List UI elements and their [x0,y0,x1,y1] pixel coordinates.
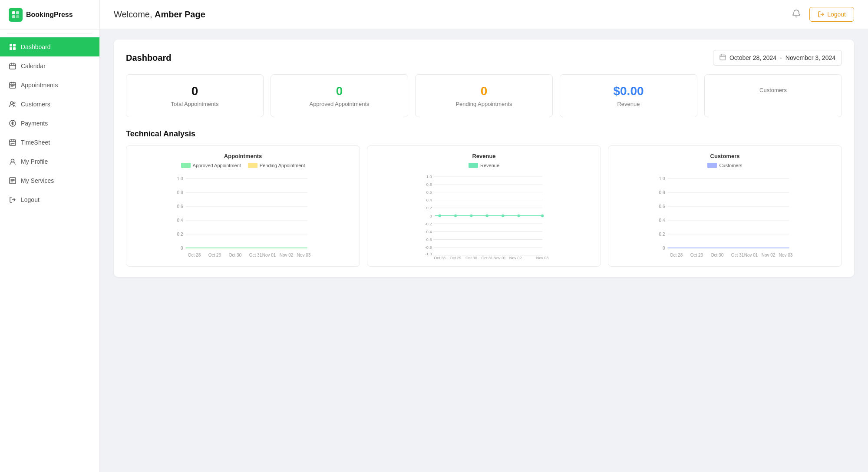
svg-text:0.6: 0.6 [426,190,432,195]
customers-icon [9,100,17,108]
svg-rect-5 [13,44,16,46]
grid-icon [9,43,17,51]
sidebar-item-my-profile[interactable]: My Profile [0,152,99,171]
services-icon [9,177,17,185]
dashboard-header: Dashboard October 28, 2024 - November 3,… [126,50,842,66]
stat-card-pending-appointments: 0 Pending Appointments [415,74,553,117]
svg-text:Oct 28: Oct 28 [434,256,446,259]
svg-text:Nov 02: Nov 02 [509,256,522,259]
customers-chart-card: Customers Customers 1.0 0.8 [608,145,842,267]
page-content: Dashboard October 28, 2024 - November 3,… [100,29,868,472]
appointments-icon [9,81,17,89]
svg-text:Nov 01: Nov 01 [262,253,276,257]
date-range-selector[interactable]: October 28, 2024 - November 3, 2024 [713,50,842,66]
sidebar-item-payments[interactable]: Payments [0,114,99,133]
svg-rect-3 [16,15,19,18]
svg-text:Oct 30: Oct 30 [229,253,242,257]
svg-text:0.6: 0.6 [177,204,183,209]
revenue-point-2 [454,215,457,217]
stat-value-total: 0 [133,84,256,98]
date-range-end: November 3, 2024 [785,54,835,61]
stat-label-customers: Customers [712,87,835,93]
calendar-date-icon [719,54,726,62]
svg-text:0.8: 0.8 [426,182,432,187]
legend-swatch-customers [707,163,717,168]
stat-card-customers: Customers [704,74,842,117]
svg-text:0: 0 [181,246,183,251]
customers-svg: 1.0 0.8 0.6 0.4 0.2 0 [615,172,835,259]
svg-rect-8 [10,64,16,69]
revenue-point-3 [470,215,472,217]
sidebar-item-appointments[interactable]: Appointments [0,76,99,95]
svg-text:0.2: 0.2 [659,232,665,237]
svg-rect-2 [12,15,15,18]
sidebar-label-timesheet: TimeSheet [21,139,50,146]
revenue-point-1 [439,215,441,217]
stat-card-total-appointments: 0 Total Appointments [126,74,264,117]
svg-text:Oct 29: Oct 29 [690,253,703,257]
revenue-chart-area: 1.0 0.8 0.6 0.4 0.2 0 -0.2 -0.4 -0.6 -0.… [374,172,594,259]
sidebar-item-customers[interactable]: Customers [0,95,99,114]
appointments-chart-area: 1.0 0.8 0.6 0.4 0.2 0 [133,172,353,259]
legend-pending-appointment: Pending Appointment [248,163,305,168]
sidebar-label-payments: Payments [21,120,48,127]
charts-row: Appointments Approved Appointment Pendin… [126,145,842,267]
svg-text:Oct 30: Oct 30 [465,256,477,259]
svg-text:Nov 01: Nov 01 [493,256,506,259]
svg-rect-1 [16,11,19,14]
svg-text:Nov 03: Nov 03 [779,253,793,257]
svg-rect-4 [10,44,12,46]
svg-text:-0.2: -0.2 [425,222,432,226]
svg-text:0.4: 0.4 [659,218,665,223]
welcome-message: Welcome, Amber Page [114,10,205,20]
sidebar-label-my-services: My Services [21,177,54,184]
sidebar-item-logout[interactable]: Logout [0,190,99,209]
payments-icon [9,119,17,127]
sidebar-label-appointments: Appointments [21,82,58,89]
svg-point-10 [10,102,13,104]
svg-text:Nov 03: Nov 03 [536,256,549,259]
sidebar-item-dashboard[interactable]: Dashboard [0,37,99,56]
stat-label-approved: Approved Appointments [278,101,401,107]
legend-approved-appointment: Approved Appointment [181,163,241,168]
sidebar-item-my-services[interactable]: My Services [0,171,99,190]
logo-text: BookingPress [26,11,73,19]
legend-swatch-pending [248,163,257,168]
svg-text:0.4: 0.4 [177,218,183,223]
logout-button[interactable]: Logout [809,7,854,22]
appointments-svg: 1.0 0.8 0.6 0.4 0.2 0 [133,172,353,259]
legend-label-pending: Pending Appointment [260,163,305,168]
svg-text:Oct 29: Oct 29 [450,256,462,259]
svg-rect-6 [10,47,12,50]
svg-text:Oct 31: Oct 31 [481,256,493,259]
svg-text:1.0: 1.0 [426,175,432,179]
svg-text:0: 0 [429,214,432,218]
svg-text:0.6: 0.6 [659,204,665,209]
revenue-point-5 [502,215,504,217]
legend-swatch-approved [181,163,191,168]
svg-point-11 [13,102,15,104]
sidebar-label-calendar: Calendar [21,63,46,69]
revenue-point-6 [517,215,520,217]
svg-text:Oct 31: Oct 31 [731,253,744,257]
sidebar-item-calendar[interactable]: Calendar [0,56,99,76]
legend-swatch-revenue [469,163,478,168]
stat-label-revenue: Revenue [567,101,690,107]
dashboard-title: Dashboard [126,53,171,63]
sidebar-item-timesheet[interactable]: TimeSheet [0,133,99,152]
notification-bell-button[interactable] [790,7,802,22]
svg-rect-13 [10,140,16,145]
appointments-chart-card: Appointments Approved Appointment Pendin… [126,145,360,267]
sidebar: BookingPress Dashboard Calendar [0,0,100,472]
calendar-icon [9,62,17,70]
svg-text:0.8: 0.8 [659,190,665,195]
header-actions: Logout [790,7,854,22]
date-range-separator: - [780,54,782,61]
customers-chart-title: Customers [615,153,835,159]
revenue-chart-card: Revenue Revenue 1.0 0.8 [367,145,601,267]
revenue-point-7 [541,215,544,217]
revenue-svg: 1.0 0.8 0.6 0.4 0.2 0 -0.2 -0.4 -0.6 -0.… [374,172,594,259]
customers-chart-legend: Customers [615,163,835,168]
sidebar-divider [7,33,92,34]
revenue-chart-legend: Revenue [374,163,594,168]
